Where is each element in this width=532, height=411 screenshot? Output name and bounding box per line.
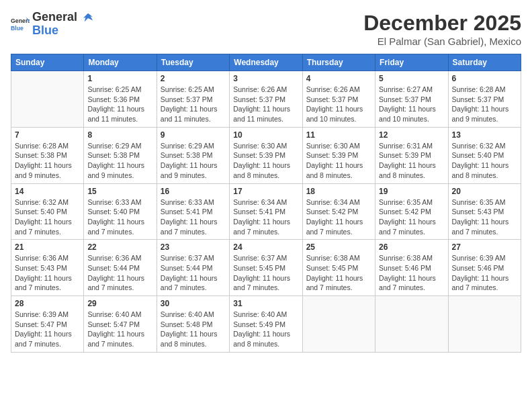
calendar-cell: 3Sunrise: 6:26 AMSunset: 5:37 PMDaylight… bbox=[230, 71, 302, 128]
day-info: Sunrise: 6:34 AMSunset: 5:41 PMDaylight:… bbox=[233, 197, 298, 237]
calendar-cell: 22Sunrise: 6:36 AMSunset: 5:44 PMDayligh… bbox=[84, 240, 157, 296]
day-info: Sunrise: 6:25 AMSunset: 5:36 PMDaylight:… bbox=[87, 85, 152, 124]
calendar-cell: 4Sunrise: 6:26 AMSunset: 5:37 PMDaylight… bbox=[302, 71, 375, 128]
calendar-cell: 15Sunrise: 6:33 AMSunset: 5:40 PMDayligh… bbox=[84, 183, 157, 240]
calendar-week-row: 28Sunrise: 6:39 AMSunset: 5:47 PMDayligh… bbox=[11, 296, 521, 353]
day-info: Sunrise: 6:39 AMSunset: 5:46 PMDaylight:… bbox=[452, 253, 517, 293]
day-number: 7 bbox=[15, 130, 80, 140]
calendar-week-row: 14Sunrise: 6:32 AMSunset: 5:40 PMDayligh… bbox=[11, 183, 521, 240]
day-number: 17 bbox=[233, 187, 298, 196]
calendar-header-row: SundayMondayTuesdayWednesdayThursdayFrid… bbox=[11, 54, 521, 71]
svg-text:General: General bbox=[11, 17, 30, 24]
calendar-cell: 29Sunrise: 6:40 AMSunset: 5:47 PMDayligh… bbox=[84, 296, 157, 353]
day-info: Sunrise: 6:40 AMSunset: 5:49 PMDaylight:… bbox=[233, 310, 298, 349]
day-number: 4 bbox=[306, 74, 371, 83]
calendar-cell: 7Sunrise: 6:28 AMSunset: 5:38 PMDaylight… bbox=[11, 127, 84, 183]
day-info: Sunrise: 6:28 AMSunset: 5:37 PMDaylight:… bbox=[452, 85, 517, 124]
day-number: 9 bbox=[161, 130, 226, 140]
calendar-cell: 28Sunrise: 6:39 AMSunset: 5:47 PMDayligh… bbox=[11, 296, 84, 353]
day-info: Sunrise: 6:35 AMSunset: 5:42 PMDaylight:… bbox=[379, 197, 444, 237]
logo: General Blue General Blue bbox=[11, 11, 94, 38]
day-number: 22 bbox=[87, 242, 152, 252]
day-info: Sunrise: 6:30 AMSunset: 5:39 PMDaylight:… bbox=[233, 141, 298, 181]
day-number: 8 bbox=[87, 130, 152, 140]
day-info: Sunrise: 6:28 AMSunset: 5:38 PMDaylight:… bbox=[15, 141, 80, 181]
calendar-cell: 18Sunrise: 6:34 AMSunset: 5:42 PMDayligh… bbox=[302, 183, 375, 240]
calendar-cell: 25Sunrise: 6:38 AMSunset: 5:45 PMDayligh… bbox=[302, 240, 375, 296]
day-number: 5 bbox=[379, 74, 444, 83]
day-info: Sunrise: 6:25 AMSunset: 5:37 PMDaylight:… bbox=[161, 85, 226, 124]
day-number: 13 bbox=[452, 130, 517, 140]
logo-text-general: General bbox=[32, 10, 77, 24]
day-info: Sunrise: 6:40 AMSunset: 5:48 PMDaylight:… bbox=[161, 310, 226, 349]
day-number: 23 bbox=[161, 242, 226, 252]
logo-bird-icon bbox=[82, 12, 94, 24]
calendar-cell: 1Sunrise: 6:25 AMSunset: 5:36 PMDaylight… bbox=[84, 71, 157, 128]
calendar-cell bbox=[448, 296, 521, 353]
calendar-cell: 19Sunrise: 6:35 AMSunset: 5:42 PMDayligh… bbox=[375, 183, 448, 240]
location-title: El Palmar (San Gabriel), Mexico bbox=[363, 36, 521, 47]
calendar-cell: 5Sunrise: 6:27 AMSunset: 5:37 PMDaylight… bbox=[375, 71, 448, 128]
day-info: Sunrise: 6:38 AMSunset: 5:45 PMDaylight:… bbox=[306, 253, 371, 293]
calendar-cell: 6Sunrise: 6:28 AMSunset: 5:37 PMDaylight… bbox=[448, 71, 521, 128]
calendar-cell: 27Sunrise: 6:39 AMSunset: 5:46 PMDayligh… bbox=[448, 240, 521, 296]
day-info: Sunrise: 6:37 AMSunset: 5:44 PMDaylight:… bbox=[161, 253, 226, 293]
calendar-cell: 31Sunrise: 6:40 AMSunset: 5:49 PMDayligh… bbox=[230, 296, 302, 353]
day-number: 31 bbox=[233, 299, 298, 308]
day-number: 30 bbox=[161, 299, 226, 308]
calendar-cell: 13Sunrise: 6:32 AMSunset: 5:40 PMDayligh… bbox=[448, 127, 521, 183]
day-info: Sunrise: 6:36 AMSunset: 5:44 PMDaylight:… bbox=[87, 253, 152, 293]
header: General Blue General Blue December 2025 … bbox=[11, 11, 521, 47]
calendar-cell: 12Sunrise: 6:31 AMSunset: 5:39 PMDayligh… bbox=[375, 127, 448, 183]
svg-marker-4 bbox=[83, 13, 92, 22]
calendar-week-row: 21Sunrise: 6:36 AMSunset: 5:43 PMDayligh… bbox=[11, 240, 521, 296]
day-info: Sunrise: 6:27 AMSunset: 5:37 PMDaylight:… bbox=[379, 85, 444, 124]
calendar-cell: 30Sunrise: 6:40 AMSunset: 5:48 PMDayligh… bbox=[157, 296, 229, 353]
day-info: Sunrise: 6:34 AMSunset: 5:42 PMDaylight:… bbox=[306, 197, 371, 237]
title-area: December 2025 El Palmar (San Gabriel), M… bbox=[363, 11, 521, 47]
calendar-cell: 20Sunrise: 6:35 AMSunset: 5:43 PMDayligh… bbox=[448, 183, 521, 240]
weekday-header: Monday bbox=[84, 54, 157, 71]
calendar: SundayMondayTuesdayWednesdayThursdayFrid… bbox=[11, 54, 521, 353]
day-info: Sunrise: 6:35 AMSunset: 5:43 PMDaylight:… bbox=[452, 197, 517, 237]
weekday-header: Thursday bbox=[302, 54, 375, 71]
weekday-header: Friday bbox=[375, 54, 448, 71]
calendar-cell: 9Sunrise: 6:29 AMSunset: 5:38 PMDaylight… bbox=[157, 127, 229, 183]
day-info: Sunrise: 6:33 AMSunset: 5:41 PMDaylight:… bbox=[161, 197, 226, 237]
day-number: 11 bbox=[306, 130, 371, 140]
weekday-header: Sunday bbox=[11, 54, 84, 71]
day-info: Sunrise: 6:31 AMSunset: 5:39 PMDaylight:… bbox=[379, 141, 444, 181]
calendar-cell: 24Sunrise: 6:37 AMSunset: 5:45 PMDayligh… bbox=[230, 240, 302, 296]
weekday-header: Saturday bbox=[448, 54, 521, 71]
day-info: Sunrise: 6:36 AMSunset: 5:43 PMDaylight:… bbox=[15, 253, 80, 293]
day-number: 16 bbox=[161, 187, 226, 196]
day-info: Sunrise: 6:33 AMSunset: 5:40 PMDaylight:… bbox=[87, 197, 152, 237]
day-number: 2 bbox=[161, 74, 226, 83]
day-number: 25 bbox=[306, 242, 371, 252]
calendar-cell: 26Sunrise: 6:38 AMSunset: 5:46 PMDayligh… bbox=[375, 240, 448, 296]
calendar-cell: 17Sunrise: 6:34 AMSunset: 5:41 PMDayligh… bbox=[230, 183, 302, 240]
day-info: Sunrise: 6:29 AMSunset: 5:38 PMDaylight:… bbox=[161, 141, 226, 181]
day-number: 29 bbox=[87, 299, 152, 308]
calendar-cell: 10Sunrise: 6:30 AMSunset: 5:39 PMDayligh… bbox=[230, 127, 302, 183]
calendar-cell: 8Sunrise: 6:29 AMSunset: 5:38 PMDaylight… bbox=[84, 127, 157, 183]
calendar-cell bbox=[11, 71, 84, 128]
day-number: 27 bbox=[452, 242, 517, 252]
day-info: Sunrise: 6:39 AMSunset: 5:47 PMDaylight:… bbox=[15, 310, 80, 349]
day-info: Sunrise: 6:32 AMSunset: 5:40 PMDaylight:… bbox=[452, 141, 517, 181]
day-number: 18 bbox=[306, 187, 371, 196]
calendar-cell bbox=[375, 296, 448, 353]
calendar-cell bbox=[302, 296, 375, 353]
calendar-cell: 2Sunrise: 6:25 AMSunset: 5:37 PMDaylight… bbox=[157, 71, 229, 128]
logo-text-blue: Blue bbox=[32, 24, 58, 37]
month-title: December 2025 bbox=[363, 11, 521, 36]
day-number: 24 bbox=[233, 242, 298, 252]
day-number: 15 bbox=[87, 187, 152, 196]
day-info: Sunrise: 6:40 AMSunset: 5:47 PMDaylight:… bbox=[87, 310, 152, 349]
day-number: 20 bbox=[452, 187, 517, 196]
day-info: Sunrise: 6:32 AMSunset: 5:40 PMDaylight:… bbox=[15, 197, 80, 237]
calendar-cell: 21Sunrise: 6:36 AMSunset: 5:43 PMDayligh… bbox=[11, 240, 84, 296]
weekday-header: Wednesday bbox=[230, 54, 302, 71]
day-number: 1 bbox=[87, 74, 152, 83]
calendar-cell: 23Sunrise: 6:37 AMSunset: 5:44 PMDayligh… bbox=[157, 240, 229, 296]
